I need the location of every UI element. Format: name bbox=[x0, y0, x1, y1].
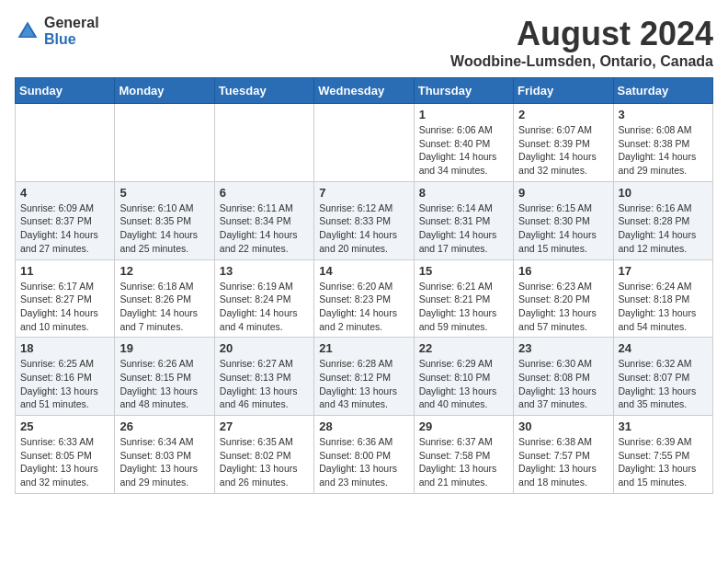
day-number: 11 bbox=[20, 264, 109, 278]
header-row: SundayMondayTuesdayWednesdayThursdayFrid… bbox=[16, 78, 713, 104]
day-info: Sunset: 8:24 PM bbox=[220, 293, 309, 306]
day-number: 14 bbox=[319, 264, 408, 278]
day-info: Daylight: 14 hours bbox=[319, 228, 408, 242]
day-number: 21 bbox=[319, 341, 408, 355]
day-info: Sunset: 8:37 PM bbox=[20, 214, 109, 228]
day-info: Daylight: 14 hours bbox=[220, 306, 309, 320]
calendar-cell: 1Sunrise: 6:06 AMSunset: 8:40 PMDaylight… bbox=[414, 104, 513, 182]
calendar-cell: 24Sunrise: 6:32 AMSunset: 8:07 PMDayligh… bbox=[613, 338, 712, 416]
day-info: Daylight: 14 hours bbox=[119, 306, 209, 320]
day-info: Sunset: 8:18 PM bbox=[619, 293, 708, 306]
day-info: and 15 minutes. bbox=[619, 476, 708, 489]
day-number: 4 bbox=[20, 186, 109, 200]
day-info: and 12 minutes. bbox=[619, 242, 708, 256]
day-number: 29 bbox=[419, 419, 508, 433]
logo-text: General Blue bbox=[44, 15, 99, 47]
day-info: Sunrise: 6:18 AM bbox=[119, 280, 209, 293]
day-info: Daylight: 13 hours bbox=[220, 462, 309, 476]
day-info: Sunset: 8:33 PM bbox=[319, 214, 408, 228]
day-info: Sunrise: 6:38 AM bbox=[518, 435, 608, 449]
day-number: 9 bbox=[518, 186, 608, 200]
day-info: Sunrise: 6:23 AM bbox=[518, 280, 608, 293]
logo-icon bbox=[15, 18, 40, 44]
day-info: Sunset: 8:16 PM bbox=[20, 371, 109, 385]
day-info: Sunrise: 6:34 AM bbox=[119, 435, 209, 449]
day-info: Daylight: 14 hours bbox=[319, 306, 408, 320]
day-info: and 37 minutes. bbox=[518, 397, 608, 411]
day-info: Sunset: 7:57 PM bbox=[518, 449, 608, 463]
day-info: Sunset: 8:39 PM bbox=[518, 137, 608, 151]
calendar-cell bbox=[314, 104, 414, 182]
day-info: Daylight: 13 hours bbox=[518, 385, 608, 398]
day-info: Sunrise: 6:39 AM bbox=[619, 435, 708, 449]
day-info: Sunrise: 6:15 AM bbox=[518, 201, 608, 215]
day-info: Daylight: 14 hours bbox=[419, 150, 508, 164]
calendar-cell: 8Sunrise: 6:14 AMSunset: 8:31 PMDaylight… bbox=[414, 181, 513, 259]
day-info: Daylight: 13 hours bbox=[518, 462, 608, 476]
day-info: Sunrise: 6:29 AM bbox=[419, 357, 508, 371]
week-row-2: 4Sunrise: 6:09 AMSunset: 8:37 PMDaylight… bbox=[16, 181, 713, 259]
calendar-cell: 30Sunrise: 6:38 AMSunset: 7:57 PMDayligh… bbox=[514, 416, 613, 494]
day-info: Sunset: 8:12 PM bbox=[319, 371, 408, 385]
calendar-cell: 26Sunrise: 6:34 AMSunset: 8:03 PMDayligh… bbox=[115, 416, 214, 494]
day-info: Sunrise: 6:27 AM bbox=[220, 357, 309, 371]
calendar-table: SundayMondayTuesdayWednesdayThursdayFrid… bbox=[15, 77, 713, 494]
day-number: 22 bbox=[419, 341, 508, 355]
day-header-saturday: Saturday bbox=[613, 78, 712, 104]
day-number: 23 bbox=[518, 341, 608, 355]
day-info: Sunset: 8:20 PM bbox=[518, 293, 608, 306]
day-info: and 32 minutes. bbox=[518, 164, 608, 178]
day-number: 28 bbox=[319, 419, 408, 433]
day-info: Sunset: 8:23 PM bbox=[319, 293, 408, 306]
day-info: and 7 minutes. bbox=[119, 320, 209, 334]
calendar-cell: 25Sunrise: 6:33 AMSunset: 8:05 PMDayligh… bbox=[16, 416, 115, 494]
day-number: 15 bbox=[419, 264, 508, 278]
day-info: Sunrise: 6:37 AM bbox=[419, 435, 508, 449]
day-info: Sunset: 8:27 PM bbox=[20, 293, 109, 306]
calendar-cell bbox=[214, 104, 313, 182]
day-number: 31 bbox=[619, 419, 708, 433]
day-info: and 18 minutes. bbox=[518, 476, 608, 489]
day-header-sunday: Sunday bbox=[16, 78, 115, 104]
day-info: and 15 minutes. bbox=[518, 242, 608, 256]
day-number: 12 bbox=[119, 264, 209, 278]
day-info: Sunrise: 6:36 AM bbox=[319, 435, 408, 449]
day-header-monday: Monday bbox=[115, 78, 214, 104]
day-info: Daylight: 13 hours bbox=[20, 462, 109, 476]
calendar-cell: 3Sunrise: 6:08 AMSunset: 8:38 PMDaylight… bbox=[613, 104, 712, 182]
day-number: 25 bbox=[20, 419, 109, 433]
day-number: 7 bbox=[319, 186, 408, 200]
day-number: 26 bbox=[119, 419, 209, 433]
day-info: and 54 minutes. bbox=[619, 320, 708, 334]
day-number: 2 bbox=[518, 108, 608, 121]
day-info: Sunrise: 6:10 AM bbox=[119, 201, 209, 215]
day-header-friday: Friday bbox=[514, 78, 613, 104]
week-row-3: 11Sunrise: 6:17 AMSunset: 8:27 PMDayligh… bbox=[16, 259, 713, 338]
calendar-cell: 12Sunrise: 6:18 AMSunset: 8:26 PMDayligh… bbox=[115, 259, 214, 338]
day-info: Sunset: 8:26 PM bbox=[119, 293, 209, 306]
day-info: Sunrise: 6:08 AM bbox=[619, 123, 708, 137]
day-info: Daylight: 13 hours bbox=[619, 385, 708, 398]
calendar-cell: 11Sunrise: 6:17 AMSunset: 8:27 PMDayligh… bbox=[16, 259, 115, 338]
day-info: Sunrise: 6:33 AM bbox=[20, 435, 109, 449]
day-info: Sunset: 8:38 PM bbox=[619, 137, 708, 151]
title-section: August 2024 Woodbine-Lumsden, Ontario, C… bbox=[450, 15, 713, 70]
calendar-cell: 2Sunrise: 6:07 AMSunset: 8:39 PMDaylight… bbox=[514, 104, 613, 182]
day-number: 5 bbox=[119, 186, 209, 200]
day-info: Daylight: 13 hours bbox=[419, 306, 508, 320]
calendar-cell: 10Sunrise: 6:16 AMSunset: 8:28 PMDayligh… bbox=[613, 181, 712, 259]
day-info: Sunrise: 6:09 AM bbox=[20, 201, 109, 215]
day-info: and 17 minutes. bbox=[419, 242, 508, 256]
day-info: and 43 minutes. bbox=[319, 397, 408, 411]
day-info: Sunset: 8:40 PM bbox=[419, 137, 508, 151]
day-info: Sunset: 8:34 PM bbox=[220, 214, 309, 228]
calendar-cell: 6Sunrise: 6:11 AMSunset: 8:34 PMDaylight… bbox=[214, 181, 313, 259]
day-info: and 26 minutes. bbox=[220, 476, 309, 489]
day-info: Sunset: 8:30 PM bbox=[518, 214, 608, 228]
calendar-cell: 28Sunrise: 6:36 AMSunset: 8:00 PMDayligh… bbox=[314, 416, 414, 494]
page-header: General Blue August 2024 Woodbine-Lumsde… bbox=[15, 15, 713, 70]
day-info: and 32 minutes. bbox=[20, 476, 109, 489]
day-info: Daylight: 13 hours bbox=[619, 306, 708, 320]
calendar-cell: 7Sunrise: 6:12 AMSunset: 8:33 PMDaylight… bbox=[314, 181, 414, 259]
day-info: Sunset: 8:00 PM bbox=[319, 449, 408, 463]
